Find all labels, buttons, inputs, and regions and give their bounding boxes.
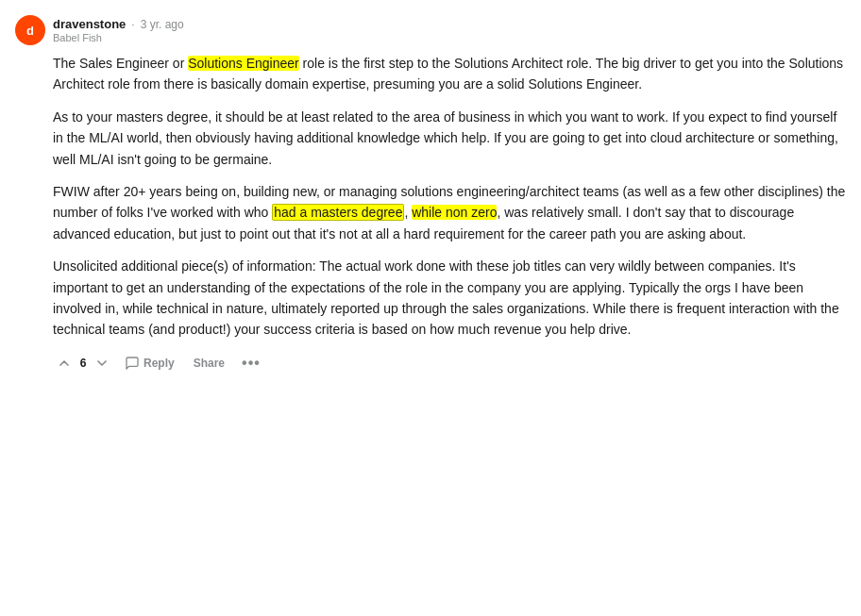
share-label: Share <box>194 357 225 370</box>
more-options-button[interactable]: ••• <box>236 352 266 375</box>
username[interactable]: dravenstone <box>53 17 126 31</box>
separator-dot: · <box>131 18 134 31</box>
user-flair: Babel Fish <box>53 32 184 43</box>
more-options-icon: ••• <box>242 355 261 371</box>
comment-actions: 6 Reply Share ••• <box>53 352 846 375</box>
text-segment: The Sales Engineer or <box>53 56 188 71</box>
highlight-solutions-engineer: Solutions Engineer <box>188 56 299 71</box>
highlight-while-non-zero: while non zero <box>412 205 497 220</box>
avatar: d <box>15 15 45 45</box>
text-segment: As to your masters degree, it should be … <box>53 109 838 167</box>
comment-body: The Sales Engineer or Solutions Engineer… <box>53 53 846 341</box>
paragraph-3: FWIW after 20+ years being on, building … <box>53 181 846 244</box>
reply-icon <box>125 356 140 371</box>
timestamp: 3 yr. ago <box>141 18 184 31</box>
comment-container: d dravenstone · 3 yr. ago Babel Fish The… <box>0 0 861 386</box>
vote-count: 6 <box>79 357 87 370</box>
upvote-icon <box>57 356 72 371</box>
reply-button[interactable]: Reply <box>117 352 182 375</box>
downvote-button[interactable] <box>91 352 113 375</box>
header-info: dravenstone · 3 yr. ago Babel Fish <box>53 17 184 43</box>
upvote-button[interactable] <box>53 352 76 375</box>
reply-label: Reply <box>144 357 175 370</box>
highlight-had-masters: had a masters degree <box>272 204 404 221</box>
paragraph-4: Unsolicited additional piece(s) of infor… <box>53 256 846 341</box>
vote-section: 6 <box>53 352 113 375</box>
paragraph-2: As to your masters degree, it should be … <box>53 107 846 170</box>
username-row: dravenstone · 3 yr. ago <box>53 17 184 31</box>
text-segment: Unsolicited additional piece(s) of infor… <box>53 258 839 337</box>
share-button[interactable]: Share <box>186 353 232 374</box>
paragraph-1: The Sales Engineer or Solutions Engineer… <box>53 53 846 95</box>
comment-header: d dravenstone · 3 yr. ago Babel Fish <box>15 15 846 45</box>
downvote-icon <box>94 356 110 371</box>
